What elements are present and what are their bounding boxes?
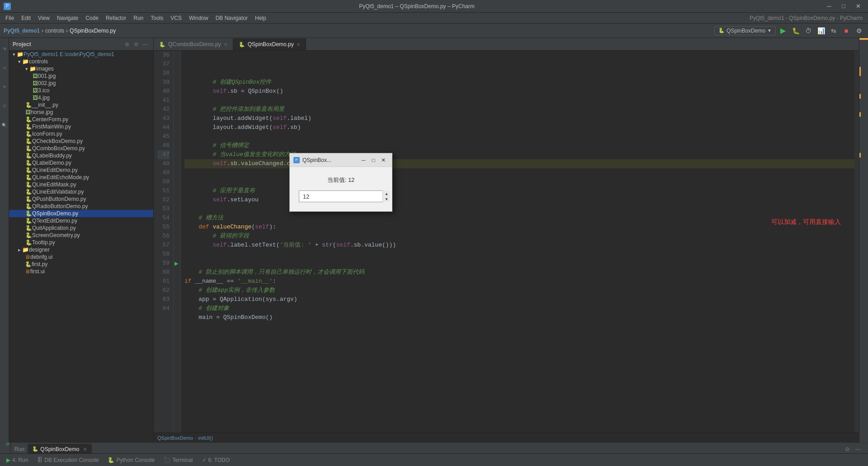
tree-file-qlineedit[interactable]: 🐍 QLineEditDemo.py bbox=[9, 166, 153, 174]
menu-navigate[interactable]: Navigate bbox=[53, 14, 82, 22]
tree-file-4jpg[interactable]: 🖼 4.jpg bbox=[9, 94, 153, 101]
python-icon: 🐍 bbox=[25, 131, 32, 137]
python-icon: 🐍 bbox=[25, 152, 32, 159]
spinbox-input[interactable] bbox=[299, 191, 382, 202]
close-button[interactable]: ✕ bbox=[852, 1, 864, 11]
tree-label: QCheckBoxDemo.py bbox=[32, 138, 83, 144]
tree-file-centerform[interactable]: 🐍 CenterForm.py bbox=[9, 116, 153, 123]
tree-label: QLabelBuddy.py bbox=[32, 152, 72, 159]
menu-file[interactable]: File bbox=[2, 14, 18, 22]
tree-file-qlabelbuddy[interactable]: 🐍 QLabelBuddy.py bbox=[9, 152, 153, 159]
tree-file-002[interactable]: 🖼 002.jpg bbox=[9, 80, 153, 87]
tab-python-console[interactable]: 🐍 Python Console bbox=[103, 455, 159, 466]
run-active-tab[interactable]: 🐍 QSpinBoxDemo ✕ bbox=[28, 444, 92, 455]
minimize-button[interactable]: ─ bbox=[823, 1, 835, 11]
menu-dbnavigator[interactable]: DB Navigator bbox=[212, 14, 251, 22]
tree-file-3ico[interactable]: 🖼 3.ico bbox=[9, 87, 153, 94]
tree-file-debnfg[interactable]: 🖥 debnfg.ui bbox=[9, 253, 153, 261]
dialog-minimize-button[interactable]: ─ bbox=[359, 155, 368, 165]
tree-file-firstmainwin[interactable]: 🐍 FirstMainWin.py bbox=[9, 123, 153, 130]
tree-root[interactable]: ▾ 📁 PyQt5_demo1 E:\code\PyQt5_demo1 bbox=[9, 51, 153, 58]
bookmarks-icon[interactable]: B bbox=[0, 78, 9, 96]
settings-icon[interactable]: ⚙ bbox=[843, 445, 852, 454]
tree-file-quitapp[interactable]: 🐍 QuitApplication.py bbox=[9, 224, 153, 232]
tree-file-firstpy[interactable]: 🐍 first.py bbox=[9, 261, 153, 268]
project-panel-new[interactable]: ⊕ bbox=[123, 40, 132, 49]
menu-code[interactable]: Code bbox=[82, 14, 102, 22]
tree-file-qpushbutton[interactable]: 🐍 QPushButtonDemo.py bbox=[9, 195, 153, 203]
run-with-coverage-button[interactable]: ⏱ bbox=[803, 25, 814, 36]
tab-terminal[interactable]: ⬛ Terminal bbox=[159, 455, 197, 466]
menu-view[interactable]: View bbox=[34, 14, 53, 22]
tree-file-qradiobutton[interactable]: 🐍 QRadioButtonDemo.py bbox=[9, 203, 153, 210]
tree-file-init[interactable]: 🐍 __init__.py bbox=[9, 101, 153, 109]
tab-qcombobox[interactable]: 🐍 QComboBoxDemo.py ✕ bbox=[154, 38, 233, 50]
tree-file-qtextedit[interactable]: 🐍 QTextEditDemo.py bbox=[9, 217, 153, 224]
chevron-right-icon: ▸ bbox=[18, 247, 21, 253]
breadcrumb: PyQt5_demo1 › controls › QSpinBoxDemo.py bbox=[4, 28, 712, 34]
tab-run[interactable]: ▶ 4: Run bbox=[2, 455, 33, 466]
tree-file-qlineeditvalidator[interactable]: 🐍 QLineEditValidator.py bbox=[9, 188, 153, 195]
dialog-close-button[interactable]: ✕ bbox=[378, 155, 388, 165]
tab-qspinbox[interactable]: 🐍 QSpinBoxDemo.py ✕ bbox=[233, 38, 306, 50]
menu-refactor[interactable]: Refactor bbox=[102, 14, 130, 22]
debug-button[interactable]: 🐛 bbox=[790, 25, 801, 36]
project-panel-settings[interactable]: ⚙ bbox=[132, 40, 141, 49]
find-icon[interactable]: 🔍 bbox=[0, 116, 9, 134]
editor-tabs: 🐍 QComboBoxDemo.py ✕ 🐍 QSpinBoxDemo.py ✕ bbox=[154, 38, 859, 51]
menu-help[interactable]: Help bbox=[251, 14, 270, 22]
db-browser-icon[interactable]: D bbox=[0, 97, 9, 115]
code-editor: 36 37 38 39 40 41 42 43 44 45 46 47 48 4… bbox=[154, 51, 859, 442]
tree-file-screengeometry[interactable]: 🐍 ScreenGeometry.py bbox=[9, 232, 153, 239]
tree-file-horse[interactable]: 🖼 horse.jpg bbox=[9, 109, 153, 116]
tree-file-qcheckbox[interactable]: 🐍 QCheckBoxDemo.py bbox=[9, 138, 153, 145]
run-button[interactable]: ▶ bbox=[778, 25, 788, 36]
tree-file-firstui[interactable]: 🖥 first.ui bbox=[9, 268, 153, 275]
tree-file-qlineeditecho[interactable]: 🐍 QLineEditEchoMode.py bbox=[9, 174, 153, 181]
tree-file-001[interactable]: 🖼 001.jpg bbox=[9, 72, 153, 80]
maximize-button[interactable]: □ bbox=[837, 1, 850, 11]
tree-file-qlabeldemo[interactable]: 🐍 QLabelDemo.py bbox=[9, 159, 153, 166]
project-panel-hide[interactable]: — bbox=[141, 40, 150, 49]
python-icon: 🐍 bbox=[25, 189, 32, 195]
run-tab-close[interactable]: ✕ bbox=[83, 446, 87, 452]
bottom-tabs-bar: ▶ 4: Run 🗄 DB Execution Console 🐍 Python… bbox=[0, 453, 868, 466]
tab-todo[interactable]: ✓ 6: TODO bbox=[198, 455, 235, 466]
tree-file-qcombobox[interactable]: 🐍 QComboBoxDemo.py bbox=[9, 145, 153, 152]
project-icon[interactable]: P bbox=[0, 40, 9, 58]
run-config-dropdown[interactable]: 🐍 QSpinBoxDemo ▼ bbox=[714, 26, 776, 35]
concurrency-button[interactable]: ⇆ bbox=[828, 25, 839, 36]
dialog-maximize-button[interactable]: □ bbox=[368, 155, 378, 165]
tree-file-tooltip[interactable]: 🐍 Tooltip.py bbox=[9, 239, 153, 246]
settings-button[interactable]: ⚙ bbox=[854, 25, 864, 36]
tree-label: QLineEditMask.py bbox=[32, 181, 76, 188]
tab-label: QComboBoxDemo.py bbox=[168, 41, 221, 48]
rerun-button[interactable]: ↺ bbox=[3, 440, 12, 449]
tree-designer-folder[interactable]: ▸ 📁 designer bbox=[9, 246, 153, 253]
tree-file-iconform[interactable]: 🐍 IconForm.py bbox=[9, 130, 153, 138]
tree-images-folder[interactable]: ▾ 📁 images bbox=[9, 65, 153, 72]
code-content[interactable]: # 创建QSpinBox控件 self.sb = QSpinBox() # 把控… bbox=[181, 51, 859, 433]
tree-label: QComboBoxDemo.py bbox=[32, 145, 85, 152]
tab-close-icon[interactable]: ✕ bbox=[297, 42, 300, 47]
menu-vcs[interactable]: VCS bbox=[167, 14, 185, 22]
tab-close-icon[interactable]: ✕ bbox=[224, 42, 227, 47]
breadcrumb-file: QSpinBoxDemo bbox=[157, 435, 193, 441]
tree-controls-folder[interactable]: ▾ 📁 controls bbox=[9, 58, 153, 65]
tree-file-qspinbox[interactable]: 🐍 QSpinBoxDemo.py bbox=[9, 210, 153, 217]
close-panel-button[interactable]: — bbox=[854, 445, 863, 454]
menu-tools[interactable]: Tools bbox=[147, 14, 167, 22]
tab-db-execution[interactable]: 🗄 DB Execution Console bbox=[33, 455, 103, 466]
stop-button[interactable]: ■ bbox=[841, 25, 852, 36]
tree-file-qlineeditmask[interactable]: 🐍 QLineEditMask.py bbox=[9, 181, 153, 188]
menu-window[interactable]: Window bbox=[185, 14, 212, 22]
menu-run[interactable]: Run bbox=[130, 14, 147, 22]
run-gutter-icon[interactable]: ▶ bbox=[174, 259, 180, 268]
spin-up-button[interactable]: ▲ bbox=[383, 191, 390, 196]
menu-edit[interactable]: Edit bbox=[18, 14, 34, 22]
scrollbar-track[interactable] bbox=[854, 51, 859, 433]
profile-button[interactable]: 📊 bbox=[816, 25, 826, 36]
folder-icon: 📁 bbox=[22, 58, 29, 65]
spin-down-button[interactable]: ▼ bbox=[383, 196, 390, 202]
structure-icon[interactable]: S bbox=[0, 59, 9, 77]
